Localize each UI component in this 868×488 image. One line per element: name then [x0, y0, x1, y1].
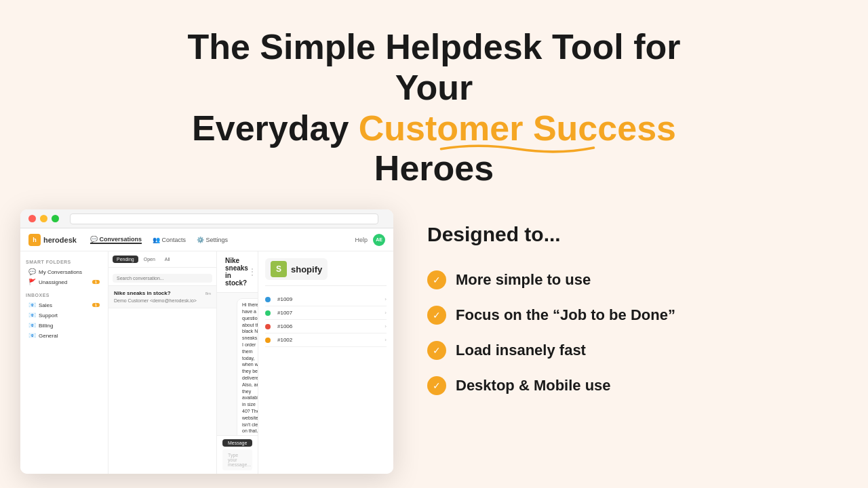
conv-filters: Pending Open All: [108, 251, 216, 268]
order-num-1009: #1009: [277, 296, 292, 302]
billing-icon: 📧: [28, 322, 36, 329]
shopify-panel: S shopify #1009 › #1007 ›: [258, 251, 393, 474]
feature-label-mobile: Desktop & Mobile use: [456, 377, 611, 394]
order-dot-1009: [265, 297, 271, 302]
shopify-icon: S: [271, 261, 287, 277]
features-title: Designed to...: [427, 223, 827, 246]
sidebar-item-my-conversations[interactable]: 💬 My Conversations: [26, 267, 102, 277]
app-nav: h herodesk 💬 Conversations 👥 Contacts ⚙️…: [20, 228, 393, 251]
chat-input-tabs: Message Note: [222, 439, 252, 447]
titlebar: [20, 209, 393, 228]
smart-folders-title: Smart folders: [26, 260, 102, 264]
sidebar-item-billing[interactable]: 📧 Billing: [26, 321, 102, 330]
order-num-1006: #1006: [277, 323, 292, 329]
order-dot-1002: [265, 338, 271, 343]
feature-fast: ✓ Load insanely fast: [427, 333, 827, 368]
chat-input-area: Message Note Type your message...: [217, 435, 258, 474]
chat-area: Nike sneaks in stock? ⋮ DC Hi there, I h…: [217, 251, 258, 474]
feature-label-fast: Load insanely fast: [456, 342, 586, 359]
features-panel: Designed to... ✓ More simple to use ✓ Fo…: [414, 209, 848, 417]
maximize-dot: [52, 215, 59, 222]
shopify-logo: S shopify: [265, 258, 387, 286]
order-1006[interactable]: #1006 ›: [265, 320, 387, 333]
order-num-1002: #1002: [277, 337, 292, 343]
feature-label-simple: More simple to use: [456, 271, 591, 289]
feature-focus: ✓ Focus on the “Job to be Done”: [427, 298, 827, 333]
inboxes-section: Inboxes 📧 Sales 1 📧 Support 📧 Billing 📧 …: [20, 290, 108, 344]
chevron-icon-1002: ›: [384, 337, 387, 343]
shopify-brand: shopify: [291, 264, 322, 274]
smart-folders-section: Smart folders 💬 My Conversations 🚩 Unass…: [20, 257, 108, 290]
order-1009[interactable]: #1009 ›: [265, 293, 387, 306]
url-bar: [70, 214, 378, 224]
conv-search-input[interactable]: [113, 274, 212, 283]
more-options-icon[interactable]: ⋮: [248, 267, 256, 277]
sales-badge: 1: [92, 303, 100, 307]
main-heading: The Simple Helpdesk Tool for Your Everyd…: [176, 27, 692, 189]
filter-all[interactable]: All: [161, 256, 174, 263]
conv-search-bar: [108, 268, 216, 286]
order-1007[interactable]: #1007 ›: [265, 306, 387, 320]
nav-conversations[interactable]: 💬 Conversations: [90, 236, 142, 244]
check-icon-focus: ✓: [427, 306, 446, 325]
nav-right: Help AE: [355, 234, 385, 246]
filter-open[interactable]: Open: [140, 256, 159, 263]
logo: h herodesk: [28, 234, 77, 246]
order-dot-1006: [265, 324, 271, 329]
sidebar-item-unassigned[interactable]: 🚩 Unassigned 1: [26, 277, 102, 287]
unassigned-badge: 1: [92, 280, 100, 284]
order-dot-1007: [265, 310, 271, 316]
logo-icon: h: [28, 234, 41, 246]
sales-icon: 📧: [28, 302, 36, 308]
nav-tabs: 💬 Conversations 👥 Contacts ⚙️ Settings: [90, 236, 228, 244]
nav-settings[interactable]: ⚙️ Settings: [197, 236, 228, 244]
message-1: DC Hi there, I have a question about the…: [222, 298, 252, 435]
conv-preview: Demo Customer <demo@herodesk.io>: [114, 298, 211, 304]
general-icon: 📧: [28, 332, 36, 339]
page-header: The Simple Helpdesk Tool for Your Everyd…: [163, 0, 705, 203]
chat-header: Nike sneaks in stock? ⋮: [217, 251, 258, 293]
minimize-dot: [40, 215, 47, 222]
bubble-1: Hi there, I have a question about the bl…: [237, 298, 258, 435]
chevron-icon-1006: ›: [384, 323, 387, 329]
sidebar-item-sales[interactable]: 📧 Sales 1: [26, 300, 102, 310]
feature-simple: ✓ More simple to use: [427, 262, 827, 298]
support-icon: 📧: [28, 312, 36, 319]
main-content: h herodesk 💬 Conversations 👥 Contacts ⚙️…: [0, 209, 868, 474]
sidebar-item-support[interactable]: 📧 Support: [26, 310, 102, 320]
chevron-icon-1009: ›: [384, 296, 387, 302]
inboxes-title: Inboxes: [26, 293, 102, 298]
check-icon-mobile: ✓: [427, 376, 446, 395]
filter-pending[interactable]: Pending: [113, 256, 138, 263]
conv-item-nike[interactable]: Nike sneaks in stock? 8m Demo Customer <…: [108, 286, 216, 308]
chat-title: Nike sneaks in stock?: [225, 257, 248, 287]
order-num-1007: #1007: [277, 310, 292, 316]
sidebar: Smart folders 💬 My Conversations 🚩 Unass…: [20, 251, 108, 474]
logo-text: herodesk: [43, 236, 77, 244]
feature-label-focus: Focus on the “Job to be Done”: [456, 306, 675, 324]
app-screenshot: h herodesk 💬 Conversations 👥 Contacts ⚙️…: [20, 209, 393, 474]
order-1002[interactable]: #1002 ›: [265, 333, 387, 347]
highlight-text: Customer Success: [359, 108, 676, 149]
sidebar-item-general[interactable]: 📧 General: [26, 331, 102, 340]
check-icon-fast: ✓: [427, 341, 446, 360]
check-icon-simple: ✓: [427, 270, 446, 289]
user-avatar: AE: [373, 234, 385, 246]
orders-list: #1009 › #1007 › #1006 ›: [265, 293, 387, 347]
conv-time: 8m: [205, 291, 211, 296]
unassigned-icon: 🚩: [28, 279, 36, 285]
conversation-list: Pending Open All Nike sneaks in stock? 8…: [108, 251, 217, 474]
help-label: Help: [355, 237, 368, 243]
chevron-icon-1007: ›: [384, 310, 387, 316]
close-dot: [28, 215, 36, 222]
conversation-icon: 💬: [28, 268, 36, 275]
feature-mobile: ✓ Desktop & Mobile use: [427, 368, 827, 403]
chat-placeholder[interactable]: Type your message...: [222, 449, 252, 470]
nav-contacts[interactable]: 👥 Contacts: [153, 236, 186, 244]
chat-messages: DC Hi there, I have a question about the…: [217, 293, 258, 435]
tab-message[interactable]: Message: [222, 439, 252, 447]
conv-name: Nike sneaks in stock?: [114, 290, 171, 296]
